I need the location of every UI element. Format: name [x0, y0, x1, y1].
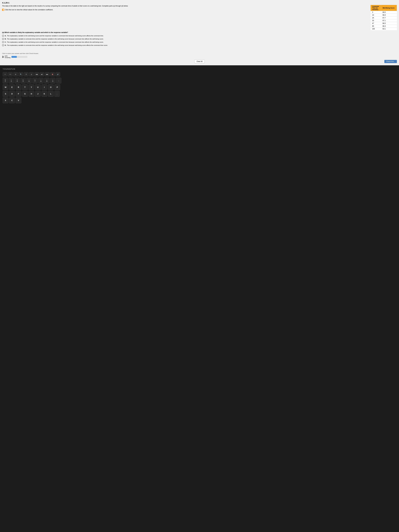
parts-labels: parts remaining — [5, 55, 10, 58]
key-c[interactable]: C — [9, 97, 15, 103]
intro-text: The data in the table to the right are b… — [2, 5, 368, 7]
progress-bar — [12, 56, 27, 58]
key-g[interactable]: G — [22, 91, 28, 97]
table-row: 2467.7 — [371, 17, 397, 19]
table-row: 1468.4 — [371, 14, 397, 17]
qwerty-row: W E R T Y U I O P — [3, 84, 396, 90]
radio-D[interactable] — [2, 44, 4, 46]
page-title: 4.1.25-1 — [2, 2, 397, 4]
key-5[interactable]: % 5 — [20, 78, 26, 83]
option-C[interactable]: C. The explanatory variable is the well-… — [2, 41, 397, 43]
radio-A[interactable] — [2, 35, 4, 37]
check-answer-button[interactable]: Check Ans... — [384, 60, 397, 63]
data-table-container: CommuteTime (inminutes) Well-Being Score… — [371, 5, 397, 30]
table-cell-score: 66.5 — [381, 22, 397, 25]
icon-link-text: Click the icon to view the critical valu… — [5, 9, 53, 11]
keyboard-area: YOUNGFUN ☀ ☀+ ⊞ 🔍 ☰ 🖨 ◀◀ ▶‖ ▶▶ 🔇 🔊 @ 2 #… — [0, 65, 399, 532]
key-minus[interactable]: _ - — [56, 78, 61, 83]
key-brightness-down[interactable]: ☀ — [3, 72, 7, 76]
options-container: A. The explanatory variable is the well-… — [2, 35, 397, 46]
key-p[interactable]: P — [54, 84, 60, 90]
key-d[interactable]: D — [9, 91, 15, 97]
option-B[interactable]: B. The explanatory variable is commute t… — [2, 38, 397, 40]
key-x[interactable]: X — [3, 97, 8, 103]
key-h[interactable]: H — [29, 91, 34, 97]
radio-B[interactable] — [2, 38, 4, 40]
key-rewind[interactable]: ◀◀ — [34, 72, 39, 76]
key-4-bottom: 4 — [17, 81, 18, 82]
key-y[interactable]: Y — [29, 84, 34, 90]
key-8[interactable]: * 8 — [38, 78, 44, 83]
key-menu[interactable]: ☰ — [24, 72, 29, 76]
question-text: (a) Which variable is likely the explana… — [2, 32, 397, 33]
table-cell-commute: 33 — [371, 19, 381, 22]
key-6-bottom: 6 — [29, 81, 30, 82]
key-fastforward[interactable]: ▶▶ — [45, 72, 50, 76]
icon-link[interactable]: Click the icon to view the critical valu… — [2, 9, 368, 11]
table-cell-score: 63.1 — [381, 28, 397, 30]
key-search[interactable]: 🔍 — [19, 72, 23, 76]
key-r[interactable]: R — [16, 84, 21, 90]
key-f[interactable]: F — [16, 91, 21, 97]
key-v[interactable]: V — [16, 97, 21, 103]
key-0-bottom: 0 — [52, 81, 53, 82]
fn-key-row: ☀ ☀+ ⊞ 🔍 ☰ 🖨 ◀◀ ▶‖ ▶▶ 🔇 🔊 — [3, 72, 396, 76]
key-k[interactable]: K — [41, 91, 47, 97]
key-8-bottom: 8 — [40, 81, 41, 82]
key-u[interactable]: U — [35, 84, 41, 90]
option-C-text: C. The explanatory variable is the well-… — [5, 41, 104, 43]
key-semicolon[interactable]: : ; — [54, 91, 60, 97]
table-header-commute: CommuteTime (inminutes) — [371, 5, 381, 11]
key-print[interactable]: 🖨 — [29, 72, 34, 76]
parts-label: parts — [5, 55, 10, 57]
key-semi: ; — [57, 94, 57, 95]
table-cell-commute: 47 — [371, 22, 381, 25]
key-brightness-up[interactable]: ☀+ — [8, 72, 13, 76]
key-2[interactable]: @ 2 — [3, 78, 8, 83]
key-playpause[interactable]: ▶‖ — [40, 72, 44, 76]
option-D-text: D. The explanatory variable is commute t… — [5, 44, 108, 46]
key-l[interactable]: L — [48, 91, 54, 97]
book-icon — [2, 9, 4, 11]
parts-row: 3 parts remaining — [2, 55, 397, 58]
key-t[interactable]: T — [22, 84, 28, 90]
table-header-score: Well-Being Score — [381, 5, 397, 11]
content-area: The data in the table to the right are b… — [2, 5, 397, 30]
key-mute[interactable]: 🔇 — [50, 72, 55, 76]
key-5-bottom: 5 — [23, 81, 24, 82]
key-0[interactable]: ) 0 — [50, 78, 55, 83]
table-cell-score: 66.3 — [381, 25, 397, 28]
key-3-bottom: 3 — [11, 81, 12, 82]
option-D[interactable]: D. The explanatory variable is commute t… — [2, 44, 397, 46]
option-A-text: A. The explanatory variable is the well-… — [5, 35, 104, 37]
table-cell-commute: 105 — [371, 28, 381, 30]
key-9[interactable]: ( 9 — [44, 78, 50, 83]
option-A[interactable]: A. The explanatory variable is the well-… — [2, 35, 397, 37]
table-cell-commute: 65 — [371, 25, 381, 28]
brand-label: YOUNGFUN — [1, 68, 398, 70]
key-s[interactable]: S — [3, 91, 8, 97]
data-table: CommuteTime (inminutes) Well-Being Score… — [371, 5, 397, 30]
key-windows[interactable]: ⊞ — [13, 72, 18, 76]
screen-area: 4.1.25-1 The data in the table to the ri… — [0, 0, 399, 65]
table-cell-score: 67.1 — [381, 19, 397, 22]
key-o[interactable]: O — [48, 84, 54, 90]
table-cell-score: 67.7 — [381, 17, 397, 19]
key-w[interactable]: W — [3, 84, 8, 90]
key-7[interactable]: & 7 — [32, 78, 38, 83]
key-minus-bottom: - — [58, 81, 59, 82]
key-4[interactable]: $ 4 — [14, 78, 20, 83]
radio-C[interactable] — [2, 41, 4, 43]
key-volume-up[interactable]: 🔊 — [55, 72, 60, 76]
key-3[interactable]: # 3 — [9, 78, 14, 83]
key-i[interactable]: I — [41, 84, 47, 90]
click-instruction: Click to select your answer and then cli… — [2, 53, 397, 54]
key-6[interactable]: ^ 6 — [26, 78, 32, 83]
key-j[interactable]: J — [35, 91, 41, 97]
table-row: 10563.1 — [371, 28, 397, 30]
key-e[interactable]: E — [9, 84, 15, 90]
table-row: 369.5 — [371, 11, 397, 14]
question-section: (a) Which variable is likely the explana… — [2, 32, 397, 48]
clear-all-button[interactable]: Clear All — [194, 60, 205, 63]
table-cell-commute: 24 — [371, 17, 381, 19]
